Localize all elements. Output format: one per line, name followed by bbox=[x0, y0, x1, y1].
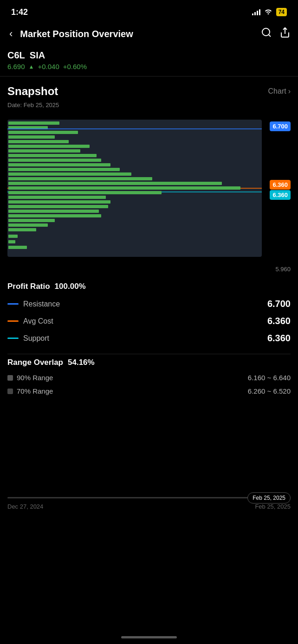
svg-rect-7 bbox=[8, 140, 69, 143]
range-section: Range Overlap 54.16% 90% Range 6.160 ~ 6… bbox=[0, 354, 298, 404]
svg-rect-29 bbox=[8, 228, 36, 231]
support-label: Support bbox=[23, 334, 49, 343]
ticker-section: C6L SIA 6.690 ▲ +0.040 +0.60% bbox=[0, 45, 298, 76]
svg-rect-22 bbox=[8, 196, 106, 199]
spacer bbox=[0, 404, 298, 497]
timeline-section: Feb 25, 2025 Dec 27, 2024 Feb 25, 2025 bbox=[0, 497, 298, 510]
support-legend-left: Support bbox=[7, 334, 49, 343]
signal-icon bbox=[252, 9, 260, 15]
svg-rect-15 bbox=[8, 177, 152, 180]
svg-rect-17 bbox=[8, 182, 222, 185]
profit-ratio-label: Profit Ratio bbox=[7, 282, 50, 291]
price-label-low: 5.960 bbox=[275, 266, 291, 273]
ticker-change: +0.040 bbox=[38, 63, 59, 70]
svg-rect-3 bbox=[8, 121, 59, 125]
ticker-pct: +0.60% bbox=[63, 63, 87, 70]
resistance-line-icon bbox=[7, 303, 19, 305]
ticker-price: 6.690 bbox=[7, 63, 25, 70]
home-indicator bbox=[121, 636, 177, 638]
profit-ratio-value: 100.00% bbox=[55, 282, 86, 291]
svg-rect-9 bbox=[8, 149, 80, 153]
svg-rect-8 bbox=[8, 145, 90, 148]
support-row: Support 6.360 bbox=[7, 333, 291, 344]
avg-cost-legend-left: Avg Cost bbox=[7, 317, 53, 325]
status-icons: 74 bbox=[252, 8, 287, 16]
support-value: 6.360 bbox=[267, 333, 291, 344]
snapshot-date: Date: Feb 25, 2025 bbox=[0, 101, 298, 113]
svg-rect-31 bbox=[8, 240, 15, 243]
svg-rect-24 bbox=[8, 205, 108, 208]
timeline-track[interactable]: Feb 25, 2025 bbox=[7, 497, 291, 498]
svg-rect-27 bbox=[8, 219, 55, 222]
chart-svg bbox=[7, 120, 262, 257]
range-90-label: 90% Range bbox=[17, 374, 53, 382]
range-70-label: 70% Range bbox=[17, 387, 53, 395]
nav-header: ‹ Market Position Overview bbox=[0, 22, 298, 45]
resistance-legend-left: Resistance bbox=[7, 300, 60, 308]
snapshot-header: Snapshot Chart › bbox=[0, 77, 298, 101]
avg-cost-label: Avg Cost bbox=[23, 317, 53, 325]
wifi-icon bbox=[264, 8, 272, 16]
price-label-avg: 6.360 bbox=[270, 180, 291, 190]
avg-cost-row: Avg Cost 6.360 bbox=[7, 316, 291, 326]
ticker-price-row: 6.690 ▲ +0.040 +0.60% bbox=[7, 63, 291, 70]
svg-rect-6 bbox=[8, 135, 55, 139]
status-bar: 1:42 74 bbox=[0, 0, 298, 22]
range-90-left: 90% Range bbox=[7, 374, 53, 382]
range-overlap-row: Range Overlap 54.16% bbox=[7, 358, 291, 367]
svg-rect-13 bbox=[8, 168, 120, 171]
price-label-high: 6.700 bbox=[270, 121, 291, 131]
timeline-thumb[interactable]: Feb 25, 2025 bbox=[247, 492, 291, 504]
svg-rect-11 bbox=[8, 159, 101, 162]
svg-rect-14 bbox=[8, 172, 131, 176]
svg-rect-10 bbox=[8, 154, 97, 157]
ticker-symbols: C6L SIA bbox=[7, 50, 291, 61]
svg-rect-20 bbox=[8, 186, 240, 190]
snapshot-title: Snapshot bbox=[7, 85, 58, 98]
range-overlap-value: 54.16% bbox=[68, 358, 95, 367]
svg-rect-32 bbox=[8, 246, 27, 249]
range-70-row: 70% Range 6.260 ~ 6.520 bbox=[7, 387, 291, 395]
avg-cost-line-icon bbox=[7, 320, 19, 322]
resistance-row: Resistance 6.700 bbox=[7, 299, 291, 309]
avg-cost-value: 6.360 bbox=[267, 316, 291, 326]
search-button[interactable] bbox=[261, 27, 272, 41]
svg-rect-12 bbox=[8, 163, 110, 166]
range-90-value: 6.160 ~ 6.640 bbox=[248, 374, 291, 382]
svg-rect-28 bbox=[8, 223, 48, 227]
profit-ratio-row: Profit Ratio 100.00% bbox=[7, 282, 291, 291]
range-90-icon bbox=[7, 375, 13, 381]
range-70-icon bbox=[7, 389, 13, 394]
chevron-right-icon: › bbox=[288, 87, 291, 96]
resistance-value: 6.700 bbox=[267, 299, 291, 309]
chart-inner: 6.700 6.360 6.360 5.960 bbox=[0, 115, 291, 273]
chart-container: 6.700 6.360 6.360 5.960 bbox=[0, 115, 291, 273]
price-label-support: 6.360 bbox=[270, 190, 291, 200]
range-70-value: 6.260 ~ 6.520 bbox=[248, 387, 291, 395]
chart-link-label: Chart bbox=[268, 87, 286, 96]
timeline-end-date: Feb 25, 2025 bbox=[255, 503, 291, 510]
svg-rect-21 bbox=[8, 191, 162, 194]
share-button[interactable] bbox=[279, 27, 291, 41]
ticker-up-arrow: ▲ bbox=[29, 64, 34, 70]
timeline-start-date: Dec 27, 2024 bbox=[7, 503, 43, 510]
svg-rect-30 bbox=[8, 235, 18, 238]
range-70-left: 70% Range bbox=[7, 387, 53, 395]
battery-icon: 74 bbox=[276, 8, 287, 16]
support-line-icon bbox=[7, 338, 19, 339]
range-overlap-label: Range Overlap bbox=[7, 358, 63, 367]
chart-link[interactable]: Chart › bbox=[268, 87, 291, 96]
svg-rect-23 bbox=[8, 200, 110, 204]
svg-rect-5 bbox=[8, 131, 78, 134]
resistance-label: Resistance bbox=[23, 300, 60, 308]
page-title: Market Position Overview bbox=[20, 29, 255, 39]
ticker-name: SIA bbox=[30, 50, 45, 61]
nav-actions bbox=[261, 27, 291, 41]
status-time: 1:42 bbox=[11, 7, 28, 17]
svg-rect-25 bbox=[8, 210, 99, 213]
svg-point-0 bbox=[262, 28, 270, 36]
svg-rect-26 bbox=[8, 214, 101, 217]
back-button[interactable]: ‹ bbox=[7, 26, 14, 42]
svg-line-1 bbox=[269, 35, 271, 37]
range-90-row: 90% Range 6.160 ~ 6.640 bbox=[7, 374, 291, 382]
